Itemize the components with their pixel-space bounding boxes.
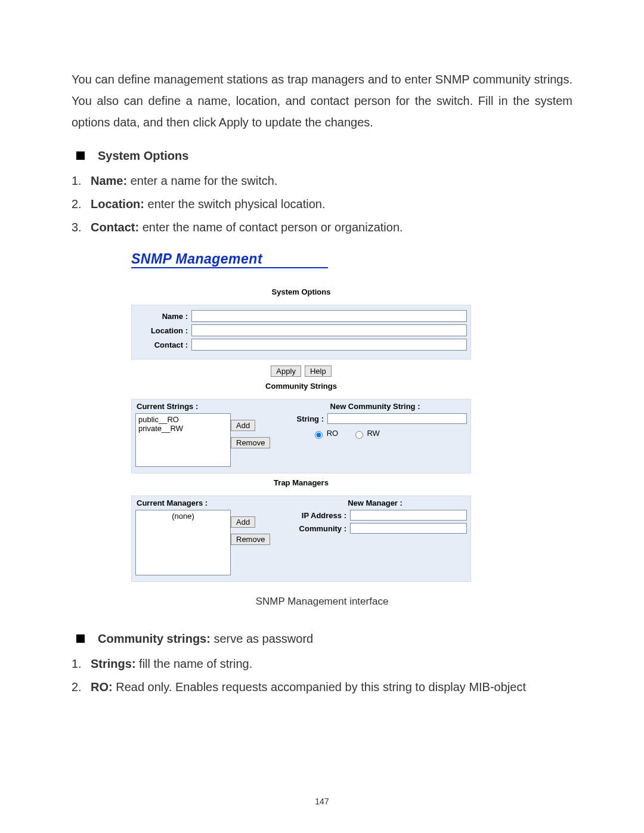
apply-button[interactable]: Apply [271,366,301,377]
screenshot-caption: SNMP Management interface [72,593,572,611]
screenshot-heading: SNMP Management [131,251,328,268]
section1-item-3: 3. Contact: enter the name of contact pe… [72,216,572,238]
item-label: RO: [91,680,113,693]
section2-title: Community strings: [98,632,210,645]
section1-title: System Options [98,145,188,166]
square-bullet-icon [76,151,85,160]
name-input[interactable] [191,310,467,322]
item-label: Contact: [91,221,139,234]
new-community-string-label: New Community String : [283,402,467,411]
location-label: Location : [135,326,191,335]
list-number: 3. [72,216,91,238]
section2-title-tail: serve as password [210,632,313,645]
rw-text: RW [367,429,379,438]
current-managers-listbox[interactable]: (none) [135,510,231,575]
remove-manager-button[interactable]: Remove [231,534,270,545]
system-options-title: System Options [131,287,471,296]
list-number: 1. [72,170,91,191]
ip-address-input[interactable] [350,510,467,521]
ro-radio[interactable] [315,431,323,439]
snmp-management-screenshot: SNMP Management System Options Name : Lo… [131,251,471,582]
item-label: Location: [91,197,144,210]
community-label: Community : [282,524,350,533]
current-strings-listbox[interactable]: public__RO private__RW [135,413,231,467]
item-desc: fill the name of string. [136,657,253,670]
trap-managers-panel: Current Managers : (none) Add Remove New… [131,496,471,582]
rw-radio-label[interactable]: RW [352,429,380,438]
community-input[interactable] [350,523,467,534]
section1-item-1: 1. Name: enter a name for the switch. [72,170,572,191]
location-input[interactable] [191,324,467,336]
community-strings-title: Community Strings [131,382,471,391]
page-number: 147 [0,794,644,809]
square-bullet-icon [76,634,85,643]
intro-paragraph: You can define management stations as tr… [72,69,572,133]
ro-text: RO [327,429,339,438]
current-managers-label: Current Managers : [137,498,231,507]
section1-item-2: 2. Location: enter the switch physical l… [72,193,572,215]
item-desc: enter the switch physical location. [144,197,326,210]
name-label: Name : [135,312,191,321]
help-button[interactable]: Help [305,366,332,377]
ip-address-label: IP Address : [282,511,350,520]
section1-bullet: System Options [72,145,572,166]
item-desc: Read only. Enables requests accompanied … [113,680,526,693]
string-label: String : [282,414,327,423]
contact-label: Contact : [135,340,191,349]
section2-item-1: 1. Strings: fill the name of string. [72,653,572,674]
trap-managers-title: Trap Managers [131,478,471,487]
remove-string-button[interactable]: Remove [231,437,270,448]
list-number: 2. [72,193,91,215]
section2-bullet: Community strings: serve as password [72,628,572,649]
rw-radio[interactable] [355,431,363,439]
item-label: Name: [91,174,127,187]
item-desc: enter the name of contact person or orga… [139,221,403,234]
string-input[interactable] [327,413,467,424]
add-string-button[interactable]: Add [231,420,255,431]
ro-radio-label[interactable]: RO [312,429,338,438]
section2-item-2: 2. RO: Read only. Enables requests accom… [72,676,572,698]
system-options-panel: Name : Location : Contact : [131,305,471,360]
community-strings-panel: Current Strings : public__RO private__RW… [131,399,471,473]
list-number: 1. [72,653,91,674]
add-manager-button[interactable]: Add [231,516,255,528]
contact-input[interactable] [191,339,467,351]
list-number: 2. [72,676,91,698]
item-label: Strings: [91,657,136,670]
item-desc: enter a name for the switch. [127,174,277,187]
new-manager-label: New Manager : [283,498,467,507]
current-strings-label: Current Strings : [137,402,231,411]
